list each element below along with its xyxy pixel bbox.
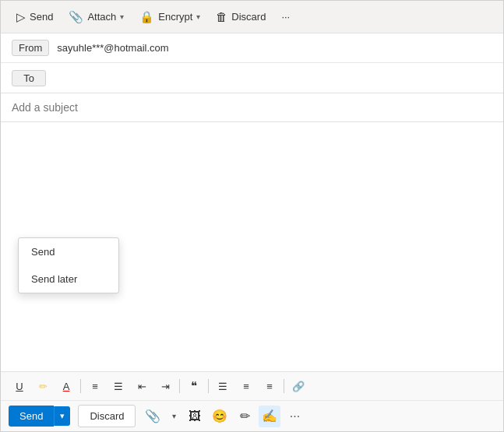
format-align-left-button[interactable]: ≡ xyxy=(84,375,106,397)
format-align-right-button[interactable]: ≡ xyxy=(235,375,257,397)
format-highlight-button[interactable]: ✏ xyxy=(32,375,54,397)
list-icon: ☰ xyxy=(114,381,123,392)
format-align-center-button[interactable]: ☰ xyxy=(212,375,234,397)
image-icon: 🖼 xyxy=(189,409,201,423)
attach-label: Attach xyxy=(87,11,116,23)
attach-chevron-icon: ▾ xyxy=(120,12,124,21)
encrypt-label: Encrypt xyxy=(158,11,192,23)
discard-button[interactable]: 🗑 Discard xyxy=(210,7,272,26)
send-group: Send ▾ xyxy=(9,406,70,427)
justify-icon: ≡ xyxy=(266,381,273,392)
signature-icon: ✍ xyxy=(262,409,277,423)
attach-button[interactable]: 📎 Attach ▾ xyxy=(62,7,130,27)
format-justify-button[interactable]: ≡ xyxy=(259,375,280,397)
fmt-separator-3 xyxy=(208,379,209,393)
insert-emoji-button[interactable]: 😊 xyxy=(209,406,231,427)
encrypt-button[interactable]: 🔒 Encrypt ▾ xyxy=(133,7,206,27)
action-toolbar: Send ▾ Discard 📎 ▾ 🖼 😊 ✏ ✍ xyxy=(1,401,503,431)
to-label: To xyxy=(12,70,46,86)
attach-bottom-chevron-icon: ▾ xyxy=(172,412,176,420)
underline-icon: U xyxy=(16,381,23,392)
draw-button[interactable]: ✏ xyxy=(234,406,256,427)
encrypt-chevron-icon: ▾ xyxy=(196,12,200,21)
insert-image-button[interactable]: 🖼 xyxy=(184,406,206,427)
compose-area: Send Send later xyxy=(1,122,503,371)
attach-bottom-button[interactable]: 📎 xyxy=(142,406,164,427)
from-label: From xyxy=(12,40,49,56)
fmt-separator-2 xyxy=(179,379,180,393)
font-color-icon: A xyxy=(63,381,70,392)
toolbar-top: ▷ Send 📎 Attach ▾ 🔒 Encrypt ▾ 🗑 Discard … xyxy=(1,1,503,33)
indent-icon: ⇥ xyxy=(161,381,170,392)
fmt-separator-4 xyxy=(284,379,284,393)
align-left-icon: ≡ xyxy=(92,381,98,392)
align-center-icon: ☰ xyxy=(218,381,227,392)
align-right-icon: ≡ xyxy=(243,381,249,392)
subject-input[interactable] xyxy=(12,101,492,114)
outdent-icon: ⇤ xyxy=(138,381,146,392)
send-chevron-icon: ▾ xyxy=(60,411,65,420)
emoji-icon: 😊 xyxy=(212,409,227,423)
send-label: Send xyxy=(30,11,53,23)
more-bottom-button[interactable]: ··· xyxy=(284,406,305,427)
discard-label: Discard xyxy=(231,11,266,23)
link-icon: 🔗 xyxy=(292,381,305,392)
send-dropdown-menu: Send Send later xyxy=(18,237,119,293)
send-icon: ▷ xyxy=(16,10,26,24)
more-bottom-icon: ··· xyxy=(290,409,300,423)
attach-icon: 📎 xyxy=(69,10,83,24)
from-value: sayuhle***@hotmail.com xyxy=(57,42,168,54)
quote-icon: ❝ xyxy=(191,379,197,393)
fmt-separator-1 xyxy=(80,379,81,393)
dropdown-item-send-later[interactable]: Send later xyxy=(19,265,118,293)
toolbar-bottom: U ✏ A ≡ ☰ ⇤ ⇥ ❝ xyxy=(1,371,503,431)
draw-icon: ✏ xyxy=(240,409,250,423)
send-main-button[interactable]: Send xyxy=(9,406,54,427)
more-icon: ··· xyxy=(281,11,290,23)
format-quote-button[interactable]: ❝ xyxy=(183,375,205,397)
attach-bottom-chevron-button[interactable]: ▾ xyxy=(167,406,181,427)
format-indent-button[interactable]: ⇥ xyxy=(154,375,176,397)
more-options-button[interactable]: ··· xyxy=(275,8,296,26)
attach-bottom-icon: 📎 xyxy=(145,409,160,423)
discard-main-button[interactable]: Discard xyxy=(78,405,136,427)
format-font-color-button[interactable]: A xyxy=(55,375,77,397)
format-toolbar: U ✏ A ≡ ☰ ⇤ ⇥ ❝ xyxy=(1,372,503,401)
discard-icon: 🗑 xyxy=(216,10,227,23)
signature-button[interactable]: ✍ xyxy=(259,406,280,427)
encrypt-icon: 🔒 xyxy=(139,10,154,24)
format-link-button[interactable]: 🔗 xyxy=(287,375,309,397)
to-row[interactable]: To xyxy=(1,63,503,93)
subject-row[interactable] xyxy=(1,93,503,122)
dropdown-item-send[interactable]: Send xyxy=(19,238,118,265)
from-row: From sayuhle***@hotmail.com xyxy=(1,33,503,63)
format-outdent-button[interactable]: ⇤ xyxy=(131,375,153,397)
email-fields: From sayuhle***@hotmail.com To xyxy=(1,33,503,93)
send-button[interactable]: ▷ Send xyxy=(10,7,59,27)
highlight-icon: ✏ xyxy=(39,381,48,392)
format-underline-button[interactable]: U xyxy=(9,375,30,397)
compose-window: ▷ Send 📎 Attach ▾ 🔒 Encrypt ▾ 🗑 Discard … xyxy=(0,0,504,432)
format-list-button[interactable]: ☰ xyxy=(107,375,129,397)
send-dropdown-button[interactable]: ▾ xyxy=(54,406,70,426)
